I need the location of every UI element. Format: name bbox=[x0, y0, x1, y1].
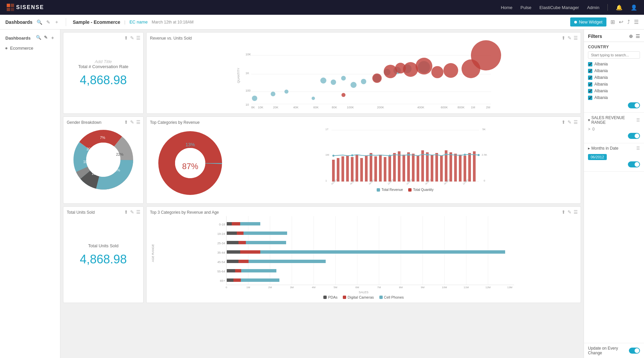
share-icon[interactable]: ⤴ bbox=[627, 19, 630, 25]
svg-text:22%: 22% bbox=[116, 152, 123, 156]
months-date-menu[interactable]: ☰ bbox=[636, 146, 640, 151]
svg-rect-1 bbox=[11, 4, 14, 7]
kpi1-edit-icon[interactable]: ✎ bbox=[130, 35, 134, 41]
albania-3-checkbox[interactable] bbox=[588, 75, 592, 80]
months-date-title: Months in Date bbox=[591, 146, 619, 151]
nav-home[interactable]: Home bbox=[501, 5, 513, 10]
bar-chart-menu-icon[interactable]: ☰ bbox=[574, 209, 578, 215]
top-categories-export-icon[interactable]: ⬆ bbox=[561, 119, 566, 125]
sales-revenue-menu[interactable]: ☰ bbox=[636, 118, 640, 122]
svg-point-34 bbox=[361, 79, 366, 84]
nav-elasticube[interactable]: ElastiCube Manager bbox=[539, 5, 579, 10]
albania-4-label: Albania bbox=[594, 82, 608, 87]
sales-revenue-collapse[interactable]: ▾ SALES REVENUE RANGE bbox=[588, 115, 636, 125]
svg-point-45 bbox=[416, 58, 432, 74]
menu-icon[interactable]: ☰ bbox=[634, 19, 639, 25]
donut-export-icon[interactable]: ⬆ bbox=[124, 119, 128, 125]
svg-text:13M: 13M bbox=[507, 286, 513, 289]
sidebar-search-icon[interactable]: 🔍 bbox=[36, 35, 41, 41]
months-date-collapse[interactable]: ▸ Months in Date bbox=[588, 146, 619, 151]
svg-text:10K: 10K bbox=[258, 106, 263, 109]
svg-rect-173 bbox=[227, 260, 238, 263]
donut-edit-icon[interactable]: ✎ bbox=[130, 119, 134, 125]
albania-5-checkbox[interactable] bbox=[588, 89, 592, 93]
svg-rect-180 bbox=[233, 278, 241, 282]
svg-point-42 bbox=[384, 65, 397, 78]
edit-icon[interactable]: ✎ bbox=[46, 19, 50, 25]
kpi1-menu-icon[interactable]: ☰ bbox=[136, 35, 141, 41]
ec-name[interactable]: EC name bbox=[129, 19, 148, 24]
user-icon[interactable]: 👤 bbox=[631, 4, 637, 11]
svg-rect-172 bbox=[260, 250, 505, 254]
sidebar-item-ecommerce[interactable]: Ecommerce bbox=[0, 44, 60, 53]
nav-pulse[interactable]: Pulse bbox=[521, 5, 532, 10]
albania-1-checkbox[interactable] bbox=[588, 62, 592, 66]
kpi2-edit-icon[interactable]: ✎ bbox=[130, 209, 134, 215]
kpi2-value: 4,868.98 bbox=[80, 252, 127, 266]
country-search-input[interactable] bbox=[588, 51, 640, 59]
svg-rect-79 bbox=[337, 158, 339, 182]
kpi1-export-icon[interactable]: ⬆ bbox=[124, 35, 128, 41]
nav-divider bbox=[607, 4, 608, 11]
bar-chart-legend: PDAs Digital Cameras Cell Phones bbox=[150, 295, 577, 299]
top-categories-edit-icon[interactable]: ✎ bbox=[568, 119, 572, 125]
svg-rect-161 bbox=[227, 222, 232, 225]
layout-icon[interactable]: ⊞ bbox=[610, 19, 615, 25]
svg-rect-84 bbox=[360, 158, 363, 182]
svg-text:7%: 7% bbox=[100, 136, 105, 140]
top-categories-menu-icon[interactable]: ☰ bbox=[574, 119, 578, 125]
svg-point-40 bbox=[341, 93, 345, 97]
kpi1-add-title[interactable]: Add Title bbox=[95, 59, 112, 64]
bar-chart-title: Top 3 Categories by Revenue and Age bbox=[150, 210, 577, 215]
svg-text:87%: 87% bbox=[182, 162, 198, 171]
months-date-toggle[interactable] bbox=[628, 161, 640, 167]
sales-revenue-toggle[interactable] bbox=[628, 133, 640, 139]
albania-2-checkbox[interactable] bbox=[588, 69, 592, 73]
scatter-menu-icon[interactable]: ☰ bbox=[574, 35, 578, 41]
scatter-edit-icon[interactable]: ✎ bbox=[568, 35, 572, 41]
history-icon[interactable]: ↩ bbox=[619, 19, 623, 25]
kpi2-menu-icon[interactable]: ☰ bbox=[136, 209, 141, 215]
sales-revenue-header: ▾ SALES REVENUE RANGE ☰ bbox=[588, 115, 640, 125]
add-icon[interactable]: ＋ bbox=[54, 19, 59, 25]
update-toggle[interactable] bbox=[629, 348, 640, 354]
scatter-export-icon[interactable]: ⬆ bbox=[561, 35, 566, 41]
svg-text:10M: 10M bbox=[442, 286, 447, 289]
filters-menu-icon[interactable]: ☰ bbox=[636, 34, 640, 39]
svg-point-113 bbox=[408, 154, 410, 156]
svg-point-114 bbox=[426, 154, 428, 156]
svg-rect-166 bbox=[244, 232, 287, 235]
svg-rect-176 bbox=[227, 269, 235, 272]
sidebar-edit-icon[interactable]: ✎ bbox=[44, 35, 48, 41]
svg-text:200K: 200K bbox=[377, 106, 384, 109]
top-categories-content: 87% 13% 1T 1M 1 5K 2.5K bbox=[150, 126, 577, 200]
new-widget-button[interactable]: New Widget bbox=[570, 17, 606, 27]
svg-rect-92 bbox=[398, 151, 400, 182]
month-badge[interactable]: 06/2012 bbox=[588, 154, 607, 160]
svg-text:1M: 1M bbox=[471, 106, 475, 109]
search-icon[interactable]: 🔍 bbox=[37, 19, 42, 25]
content-area: ⬆ ✎ ☰ Add Title Total # Conversation Rat… bbox=[60, 30, 584, 358]
svg-rect-181 bbox=[241, 278, 279, 282]
svg-point-32 bbox=[341, 76, 346, 81]
albania-6-checkbox[interactable] bbox=[588, 96, 592, 100]
scatter-chart-svg: QUANTITY 10 100 1K 10K 8K 10K 20K 40K 60… bbox=[150, 42, 577, 109]
svg-point-116 bbox=[464, 154, 466, 156]
kpi2-toolbar: ⬆ ✎ ☰ bbox=[124, 209, 141, 215]
country-filter-toggle[interactable] bbox=[628, 102, 640, 108]
nav-admin[interactable]: Admin bbox=[587, 5, 599, 10]
kpi2-export-icon[interactable]: ⬆ bbox=[124, 209, 128, 215]
svg-rect-178 bbox=[241, 269, 276, 272]
bar-chart-edit-icon[interactable]: ✎ bbox=[568, 209, 572, 215]
svg-text:20%: 20% bbox=[113, 168, 120, 172]
filters-add-icon[interactable]: ⊕ bbox=[629, 34, 633, 39]
donut-container: 22% 20% 18% 10% 20% 7% bbox=[67, 126, 140, 193]
kpi1-toolbar: ⬆ ✎ ☰ bbox=[124, 35, 141, 41]
donut-menu-icon[interactable]: ☰ bbox=[136, 119, 141, 125]
bar-chart-export-icon[interactable]: ⬆ bbox=[561, 209, 566, 215]
sidebar-add-icon[interactable]: ＋ bbox=[50, 35, 55, 41]
bell-icon[interactable]: 🔔 bbox=[616, 4, 623, 11]
bar-chart-x-label: SALES bbox=[150, 291, 577, 294]
svg-text:0: 0 bbox=[484, 179, 485, 182]
albania-4-checkbox[interactable] bbox=[588, 82, 592, 87]
